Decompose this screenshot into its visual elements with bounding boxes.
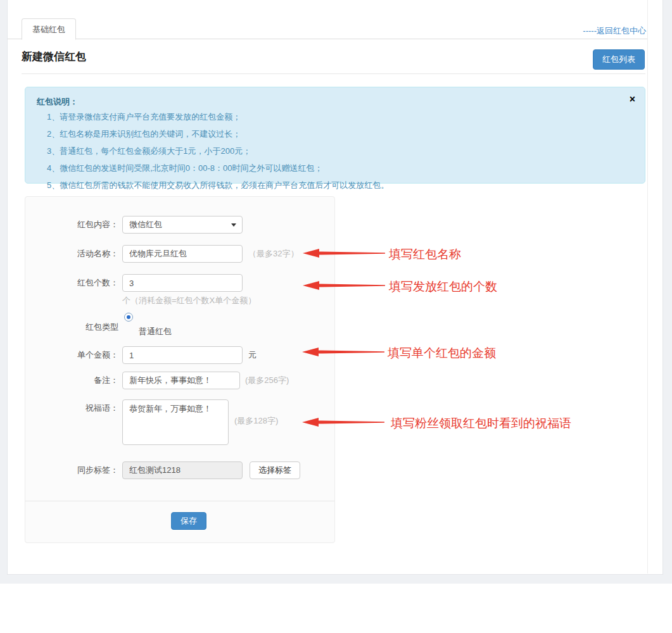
count-label: 红包个数： xyxy=(25,274,118,292)
redpacket-list-button[interactable]: 红包列表 xyxy=(593,49,645,70)
type-label: 红包类型 xyxy=(25,318,118,336)
chevron-down-icon xyxy=(231,223,236,227)
header-divider xyxy=(22,73,645,74)
arrow-left-icon xyxy=(302,347,384,357)
tag-input xyxy=(122,461,243,479)
arrow-left-icon xyxy=(303,280,385,291)
annotation-amount: 填写单个红包的金额 xyxy=(388,345,496,361)
notice-item: 4、微信红包的发送时间受限,北京时间0：00-8：00时间之外可以赠送红包； xyxy=(37,160,633,177)
wish-label: 祝福语： xyxy=(25,399,118,417)
annotation-count: 填写发放红包的个数 xyxy=(389,279,497,295)
arrow-left-icon xyxy=(302,417,384,427)
notice-box: × 红包说明： 1、请登录微信支付商户平台充值要发放的红包金额； 2、红包名称是… xyxy=(25,87,645,184)
close-icon[interactable]: × xyxy=(630,94,635,104)
type-option-label: 普通红包 xyxy=(139,326,172,337)
select-tag-button[interactable]: 选择标签 xyxy=(250,461,300,479)
activity-name-label: 活动名称： xyxy=(25,245,118,263)
remark-label: 备注： xyxy=(25,372,118,389)
activity-name-hint: （最多32字） xyxy=(248,245,298,263)
redpacket-form: 红包内容： 微信红包 活动名称： （最多32字） 红包个数： 个（消耗金额=红包… xyxy=(25,196,335,543)
notice-title: 红包说明： xyxy=(37,96,633,108)
count-hint: 个（消耗金额=红包个数X单个金额） xyxy=(122,292,256,310)
content-right-divider xyxy=(647,0,648,573)
wish-hint: (最多128字) xyxy=(234,412,278,430)
amount-unit: 元 xyxy=(248,346,257,364)
content-select[interactable]: 微信红包 xyxy=(122,216,243,234)
content-select-value: 微信红包 xyxy=(129,220,162,229)
save-button[interactable]: 保存 xyxy=(171,512,206,530)
back-to-redpacket-center-link[interactable]: -----返回红包中心 xyxy=(583,25,646,37)
notice-item: 5、微信红包所需的钱款不能使用交易收入所得钱款，必须在商户平台充值后才可以发放红… xyxy=(37,177,633,194)
radio-dot-icon xyxy=(127,315,130,319)
annotation-wish: 填写粉丝领取红包时看到的祝福语 xyxy=(391,415,571,432)
notice-item: 1、请登录微信支付商户平台充值要发放的红包金额； xyxy=(37,108,633,125)
remark-input[interactable] xyxy=(122,372,240,389)
tab-basic-redpacket[interactable]: 基础红包 xyxy=(22,18,76,40)
arrow-left-icon xyxy=(303,248,385,258)
tag-label: 同步标签： xyxy=(25,461,118,479)
notice-item: 2、红包名称是用来识别红包的关键词，不建议过长； xyxy=(37,125,633,142)
page-title: 新建微信红包 xyxy=(22,49,86,64)
notice-item: 3、普通红包，每个红包金额必须大于1元，小于200元； xyxy=(37,142,633,160)
tab-basic-redpacket-label: 基础红包 xyxy=(32,25,65,34)
activity-name-input[interactable] xyxy=(122,245,243,263)
type-radio-normal[interactable] xyxy=(124,313,133,322)
annotation-name: 填写红包名称 xyxy=(389,246,461,263)
amount-input[interactable] xyxy=(122,346,243,364)
form-footer-divider xyxy=(25,501,334,501)
tab-bar-border xyxy=(8,39,647,39)
content-label: 红包内容： xyxy=(25,216,118,234)
remark-hint: (最多256字) xyxy=(245,372,289,389)
count-input[interactable] xyxy=(122,274,243,292)
amount-label: 单个金额： xyxy=(25,346,118,364)
wish-textarea[interactable]: 恭贺新年，万事如意！ xyxy=(122,399,229,445)
